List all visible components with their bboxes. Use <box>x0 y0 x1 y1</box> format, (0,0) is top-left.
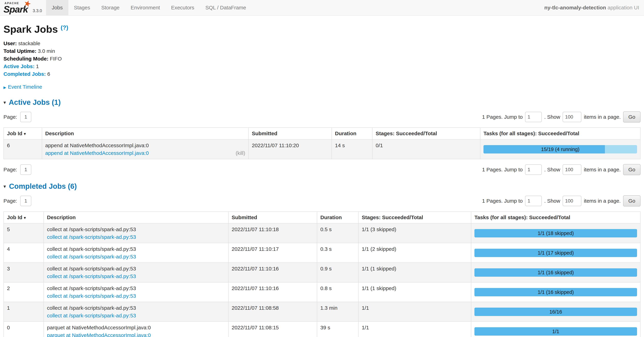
table-row: 5 collect at /spark-scripts/spark-ad.py:… <box>4 223 640 243</box>
duration-cell: 0.8 s <box>317 282 358 302</box>
nav-item-sql-dataframe[interactable]: SQL / DataFrame <box>200 0 252 15</box>
page-number-input[interactable] <box>20 164 31 175</box>
col-header-description[interactable]: Description <box>42 128 248 139</box>
col-header-duration[interactable]: Duration <box>332 128 372 139</box>
description-text: collect at /spark-scripts/spark-ad.py:53 <box>47 304 225 312</box>
description-link[interactable]: parquet at NativeMethodAccessorImpl.java… <box>47 332 151 337</box>
description-cell: collect at /spark-scripts/spark-ad.py:53… <box>44 302 228 322</box>
duration-cell: 0.3 s <box>317 243 358 263</box>
items-text: items in a page. <box>584 167 621 173</box>
kill-link[interactable]: (kill) <box>236 149 245 157</box>
col-header-tasks[interactable]: Tasks (for all stages): Succeeded/Total <box>471 212 640 223</box>
show-text: . Show <box>544 167 560 173</box>
description-link[interactable]: collect at /spark-scripts/spark-ad.py:53 <box>47 273 136 280</box>
submitted-cell: 2022/11/07 11:10:17 <box>228 243 317 263</box>
nav-item-storage[interactable]: Storage <box>96 0 125 15</box>
description-link[interactable]: append at NativeMethodAccessorImpl.java:… <box>45 149 149 157</box>
submitted-cell: 2022/11/07 11:10:18 <box>228 223 317 243</box>
progress-label: 16/16 <box>474 308 637 315</box>
pagination-bar: Page: 1 Pages. Jump to . Show items in a… <box>4 195 640 207</box>
summary-user: User: stackable <box>4 40 640 46</box>
jump-to-input[interactable] <box>525 112 542 122</box>
nav-item-environment[interactable]: Environment <box>125 0 166 15</box>
stages-cell: 0/1 <box>372 139 480 159</box>
tasks-progress-bar: 1/1 (16 skipped) <box>474 288 637 296</box>
stages-cell: 1/1 (1 skipped) <box>358 263 471 282</box>
show-text: . Show <box>544 198 560 204</box>
page-number-input[interactable] <box>20 112 31 122</box>
jump-to-input[interactable] <box>525 164 542 175</box>
submitted-cell: 2022/11/07 11:10:16 <box>228 282 317 302</box>
spark-version: 3.3.0 <box>32 8 46 15</box>
spark-logo[interactable]: APACHE Spark ★ <box>0 0 32 15</box>
description-link[interactable]: collect at /spark-scripts/spark-ad.py:53 <box>47 292 136 300</box>
spark-jobs-page: APACHE Spark ★ 3.3.0 Jobs Stages Storage… <box>0 0 644 337</box>
nav-menu: Jobs Stages Storage Environment Executor… <box>46 0 252 15</box>
table-row: 3 collect at /spark-scripts/spark-ad.py:… <box>4 263 640 282</box>
show-count-input[interactable] <box>562 164 582 175</box>
col-header-stages[interactable]: Stages: Succeeded/Total <box>358 212 471 223</box>
duration-cell: 14 s <box>332 139 372 159</box>
nav-item-label: SQL / DataFrame <box>206 5 246 10</box>
summary-completed-value: 6 <box>47 71 50 77</box>
nav-item-executors[interactable]: Executors <box>166 0 200 15</box>
pages-jump-text: 1 Pages. Jump to <box>482 198 522 204</box>
col-header-duration[interactable]: Duration <box>317 212 358 223</box>
event-timeline-toggle[interactable]: ▶Event Timeline <box>4 84 640 90</box>
col-header-job-id[interactable]: Job Id ▾ <box>4 128 42 139</box>
col-header-submitted[interactable]: Submitted <box>248 128 332 139</box>
nav-item-stages[interactable]: Stages <box>68 0 96 15</box>
col-header-description[interactable]: Description <box>44 212 228 223</box>
description-link[interactable]: collect at /spark-scripts/spark-ad.py:53 <box>47 233 136 241</box>
page-number-input[interactable] <box>20 196 31 206</box>
tasks-cell: 15/19 (4 running) <box>480 139 640 159</box>
duration-cell: 0.5 s <box>317 223 358 243</box>
summary-active-value: 1 <box>36 63 39 69</box>
table-row: 2 collect at /spark-scripts/spark-ad.py:… <box>4 282 640 302</box>
tasks-cell: 1/1 (18 skipped) <box>471 223 640 243</box>
description-text: append at NativeMethodAccessorImpl.java:… <box>45 142 245 149</box>
stages-cell: 1/1 <box>358 322 471 337</box>
show-count-input[interactable] <box>562 196 582 206</box>
table-header-row: Job Id ▾ Description Submitted Duration … <box>4 212 640 223</box>
help-link[interactable]: (?) <box>61 24 68 31</box>
col-header-stages[interactable]: Stages: Succeeded/Total <box>372 128 480 139</box>
stages-cell: 1/1 (2 skipped) <box>358 243 471 263</box>
nav-item-label: Executors <box>171 5 194 10</box>
duration-cell: 1.3 min <box>317 302 358 322</box>
active-jobs-heading[interactable]: ▾ Active Jobs (1) <box>4 98 640 106</box>
job-id-cell: 2 <box>4 282 44 302</box>
summary-scheduling-value: FIFO <box>50 56 62 61</box>
submitted-cell: 2022/11/07 11:10:16 <box>228 263 317 282</box>
progress-label: 1/1 (17 skipped) <box>474 249 637 256</box>
stages-cell: 1/1 <box>358 302 471 322</box>
completed-jobs-heading[interactable]: ▾ Completed Jobs (6) <box>4 182 640 191</box>
description-link[interactable]: collect at /spark-scripts/spark-ad.py:53 <box>47 312 136 320</box>
progress-label: 1/1 (18 skipped) <box>474 229 637 237</box>
nav-item-jobs[interactable]: Jobs <box>46 0 68 15</box>
table-row: 6 append at NativeMethodAccessorImpl.jav… <box>4 139 640 159</box>
completed-jobs-link[interactable]: Completed Jobs: <box>4 71 46 77</box>
items-text: items in a page. <box>584 198 621 204</box>
go-button[interactable]: Go <box>623 195 640 207</box>
summary-completed-jobs: Completed Jobs: 6 <box>4 71 640 77</box>
show-count-input[interactable] <box>562 112 582 122</box>
col-header-job-id[interactable]: Job Id ▾ <box>4 212 44 223</box>
progress-label: 15/19 (4 running) <box>484 145 637 153</box>
col-header-submitted[interactable]: Submitted <box>228 212 317 223</box>
go-button[interactable]: Go <box>623 111 640 122</box>
job-id-cell: 4 <box>4 243 44 263</box>
active-jobs-heading-text: Active Jobs (1) <box>9 98 61 106</box>
go-button[interactable]: Go <box>623 164 640 175</box>
nav-item-label: Stages <box>74 5 90 10</box>
tasks-progress-bar: 1/1 <box>474 327 637 336</box>
sort-arrow-icon: ▾ <box>24 215 26 220</box>
pagination-bar: Page: 1 Pages. Jump to . Show items in a… <box>4 111 640 122</box>
description-link[interactable]: collect at /spark-scripts/spark-ad.py:53 <box>47 253 136 261</box>
active-jobs-link[interactable]: Active Jobs: <box>4 63 34 69</box>
jump-to-input[interactable] <box>525 196 542 206</box>
sort-arrow-icon: ▾ <box>24 131 26 136</box>
stages-cell: 1/1 (3 skipped) <box>358 223 471 243</box>
application-name: ny-tlc-anomaly-detection <box>544 5 606 10</box>
col-header-tasks[interactable]: Tasks (for all stages): Succeeded/Total <box>480 128 640 139</box>
